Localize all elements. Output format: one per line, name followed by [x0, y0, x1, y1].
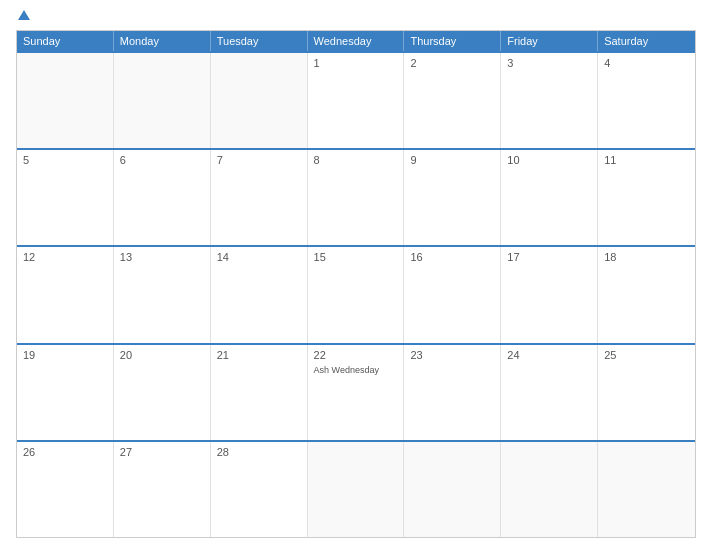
day-number: 8: [314, 154, 320, 166]
calendar-cell-w4-d3: 21: [211, 345, 308, 440]
day-number: 22: [314, 349, 326, 361]
logo-triangle-icon: [18, 10, 30, 20]
day-number: 9: [410, 154, 416, 166]
calendar-cell-w4-d5: 23: [404, 345, 501, 440]
calendar-cell-w2-d4: 8: [308, 150, 405, 245]
day-number: 6: [120, 154, 126, 166]
weekday-header-thursday: Thursday: [404, 31, 501, 51]
day-number: 23: [410, 349, 422, 361]
calendar-cell-w1-d3: [211, 53, 308, 148]
calendar-week-3: 12131415161718: [17, 245, 695, 342]
calendar-cell-w3-d7: 18: [598, 247, 695, 342]
day-number: 26: [23, 446, 35, 458]
calendar-cell-w5-d5: [404, 442, 501, 537]
day-number: 11: [604, 154, 616, 166]
day-number: 16: [410, 251, 422, 263]
day-number: 1: [314, 57, 320, 69]
calendar-cell-w1-d2: [114, 53, 211, 148]
logo: [16, 12, 30, 22]
calendar-cell-w2-d6: 10: [501, 150, 598, 245]
day-number: 28: [217, 446, 229, 458]
calendar-cell-w2-d7: 11: [598, 150, 695, 245]
calendar-cell-w5-d1: 26: [17, 442, 114, 537]
calendar-cell-w1-d1: [17, 53, 114, 148]
calendar-cell-w2-d2: 6: [114, 150, 211, 245]
day-number: 18: [604, 251, 616, 263]
calendar-cell-w4-d4: 22Ash Wednesday: [308, 345, 405, 440]
calendar-cell-w4-d2: 20: [114, 345, 211, 440]
calendar-cell-w1-d7: 4: [598, 53, 695, 148]
calendar-cell-w3-d2: 13: [114, 247, 211, 342]
calendar-cell-w5-d3: 28: [211, 442, 308, 537]
calendar-cell-w3-d5: 16: [404, 247, 501, 342]
day-number: 3: [507, 57, 513, 69]
calendar: SundayMondayTuesdayWednesdayThursdayFrid…: [16, 30, 696, 538]
calendar-cell-w5-d7: [598, 442, 695, 537]
calendar-cell-w2-d3: 7: [211, 150, 308, 245]
day-number: 20: [120, 349, 132, 361]
calendar-cell-w4-d1: 19: [17, 345, 114, 440]
calendar-week-4: 19202122Ash Wednesday232425: [17, 343, 695, 440]
weekday-header-saturday: Saturday: [598, 31, 695, 51]
calendar-cell-w3-d1: 12: [17, 247, 114, 342]
calendar-cell-w3-d6: 17: [501, 247, 598, 342]
day-number: 15: [314, 251, 326, 263]
day-number: 4: [604, 57, 610, 69]
day-number: 25: [604, 349, 616, 361]
weekday-header-friday: Friday: [501, 31, 598, 51]
day-number: 27: [120, 446, 132, 458]
day-number: 17: [507, 251, 519, 263]
calendar-cell-w4-d6: 24: [501, 345, 598, 440]
weekday-header-tuesday: Tuesday: [211, 31, 308, 51]
calendar-header: SundayMondayTuesdayWednesdayThursdayFrid…: [17, 31, 695, 51]
day-number: 19: [23, 349, 35, 361]
day-number: 2: [410, 57, 416, 69]
calendar-body: 12345678910111213141516171819202122Ash W…: [17, 51, 695, 537]
weekday-header-sunday: Sunday: [17, 31, 114, 51]
day-number: 14: [217, 251, 229, 263]
page: SundayMondayTuesdayWednesdayThursdayFrid…: [0, 0, 712, 550]
day-event: Ash Wednesday: [314, 365, 379, 375]
calendar-cell-w1-d4: 1: [308, 53, 405, 148]
calendar-week-1: 1234: [17, 51, 695, 148]
day-number: 24: [507, 349, 519, 361]
day-number: 13: [120, 251, 132, 263]
weekday-header-wednesday: Wednesday: [308, 31, 405, 51]
header: [16, 12, 696, 22]
day-number: 5: [23, 154, 29, 166]
day-number: 12: [23, 251, 35, 263]
day-number: 10: [507, 154, 519, 166]
calendar-cell-w2-d5: 9: [404, 150, 501, 245]
day-number: 7: [217, 154, 223, 166]
calendar-cell-w5-d2: 27: [114, 442, 211, 537]
calendar-cell-w1-d6: 3: [501, 53, 598, 148]
calendar-cell-w5-d4: [308, 442, 405, 537]
calendar-cell-w5-d6: [501, 442, 598, 537]
calendar-week-2: 567891011: [17, 148, 695, 245]
calendar-cell-w2-d1: 5: [17, 150, 114, 245]
calendar-week-5: 262728: [17, 440, 695, 537]
calendar-cell-w3-d4: 15: [308, 247, 405, 342]
calendar-cell-w1-d5: 2: [404, 53, 501, 148]
weekday-header-monday: Monday: [114, 31, 211, 51]
calendar-cell-w3-d3: 14: [211, 247, 308, 342]
calendar-cell-w4-d7: 25: [598, 345, 695, 440]
day-number: 21: [217, 349, 229, 361]
